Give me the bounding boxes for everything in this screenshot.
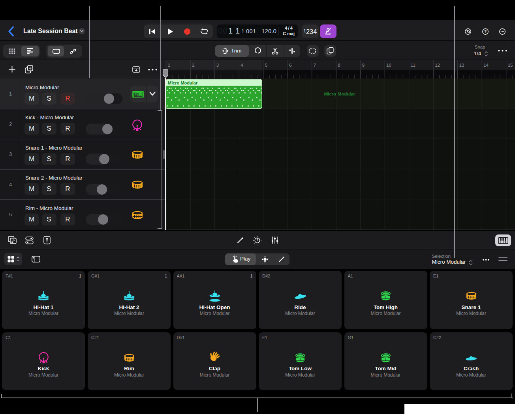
svg-text:10: 10	[386, 63, 391, 68]
svg-text:5: 5	[265, 63, 267, 68]
svg-text:1: 1	[168, 63, 170, 68]
svg-text:11: 11	[411, 63, 415, 68]
svg-text:2: 2	[192, 63, 194, 68]
svg-text:7: 7	[314, 63, 316, 68]
svg-text:15: 15	[508, 63, 513, 68]
svg-text:4: 4	[241, 63, 243, 68]
svg-text:14: 14	[483, 63, 489, 68]
svg-text:Micro Modular: Micro Modular	[168, 81, 198, 85]
svg-text:8: 8	[338, 63, 340, 68]
svg-text:9: 9	[362, 63, 365, 68]
svg-text:13: 13	[459, 63, 464, 68]
svg-text:?: ?	[484, 29, 486, 34]
svg-text:3: 3	[216, 63, 219, 68]
svg-text:6: 6	[289, 63, 291, 68]
svg-text:12: 12	[435, 63, 440, 68]
